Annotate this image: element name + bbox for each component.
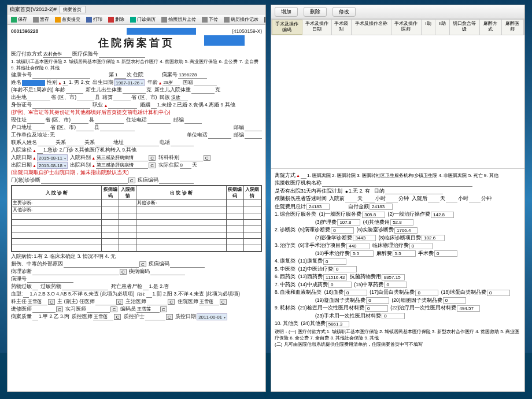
- injury-input[interactable]: [64, 261, 139, 268]
- download-button[interactable]: 下传: [200, 16, 220, 23]
- fee-8c: 0: [487, 290, 510, 296]
- gender-input[interactable]: [62, 80, 68, 86]
- photo-button[interactable]: 拍照照片上传: [159, 16, 198, 23]
- fee-8b: 0: [415, 290, 438, 296]
- fee-9b: 494.57: [457, 305, 480, 312]
- chief-input[interactable]: [27, 299, 47, 305]
- fee-1b: 142.8: [431, 212, 454, 218]
- col-op-name[interactable]: 手术及操作名称: [352, 20, 391, 35]
- path-diag-input[interactable]: [32, 269, 119, 275]
- vice-input[interactable]: [95, 299, 116, 305]
- pay-method-input[interactable]: [43, 51, 72, 58]
- days-input[interactable]: [180, 162, 191, 169]
- admit-date-picker[interactable]: 2015-08-11: [37, 154, 68, 161]
- zip-input[interactable]: [184, 117, 202, 124]
- clinic-diag-input[interactable]: [41, 178, 128, 184]
- allergy-drug-input[interactable]: [62, 284, 108, 290]
- fee-8d: 0: [366, 297, 389, 304]
- dis-date-picker[interactable]: 2015-08-18: [37, 162, 68, 169]
- qc-doc-input[interactable]: [93, 314, 113, 320]
- transfer-org-input[interactable]: [322, 180, 472, 187]
- pract-input[interactable]: [87, 306, 110, 313]
- work-phone-input[interactable]: [208, 132, 231, 139]
- marriage-input[interactable]: [151, 102, 157, 109]
- rh-input[interactable]: [146, 291, 152, 298]
- dis-dept-input[interactable]: [96, 162, 148, 169]
- lookup-button[interactable]: C: [149, 155, 156, 161]
- contact-name-input[interactable]: [38, 140, 55, 146]
- fee-4a: 0: [323, 258, 346, 265]
- leave-input[interactable]: [301, 172, 306, 179]
- intern-input[interactable]: [32, 306, 56, 313]
- right-fee-panel: 增加 删除 修改 手术及操作编码 手术及操作日期 手术级别 手术及操作名称 手术…: [271, 5, 525, 392]
- outpatient-button[interactable]: 门诊病历: [128, 16, 158, 23]
- fee-1a: 305.8: [362, 212, 385, 218]
- native-prov-input[interactable]: [113, 95, 131, 101]
- col-op-code[interactable]: 手术及操作编码: [272, 20, 302, 35]
- col-asst1[interactable]: I助: [422, 20, 436, 35]
- case-no-input[interactable]: [178, 72, 207, 79]
- col-op-doc[interactable]: 手术及操作医师: [391, 20, 422, 35]
- submit-icon: [55, 17, 61, 23]
- resident-input[interactable]: [199, 299, 219, 305]
- qc-nurse-input[interactable]: [145, 314, 165, 320]
- age-input[interactable]: [162, 80, 180, 86]
- visit-num-input[interactable]: [114, 72, 126, 79]
- blood-input[interactable]: [23, 291, 29, 298]
- fee-2d: 102.6: [422, 235, 445, 241]
- delete-button[interactable]: 删除: [106, 16, 127, 23]
- birth-date-picker[interactable]: 1987-01-26: [114, 79, 145, 86]
- save-button[interactable]: 保存: [9, 16, 29, 23]
- job-input[interactable]: [108, 102, 137, 109]
- col-heal[interactable]: 切口愈合等级: [450, 20, 480, 35]
- col-op-level[interactable]: 手术级别: [332, 20, 352, 35]
- left-form-panel: 病案首页(V2012-2)# 病案首页 保存 暂存 首页提交 打印 删除 门诊病…: [7, 5, 266, 392]
- fee-2c: 3443: [353, 235, 376, 241]
- nation-input[interactable]: [194, 80, 217, 86]
- admit-way-input[interactable]: [37, 147, 43, 154]
- health-card-input[interactable]: [32, 72, 90, 79]
- purpose-input[interactable]: [385, 188, 443, 194]
- contact-addr-input[interactable]: [124, 140, 159, 146]
- surgery-grid-body[interactable]: [271, 35, 524, 168]
- newborn-admit-input[interactable]: [191, 87, 215, 94]
- history-button[interactable]: 病历操作记录: [221, 16, 261, 23]
- quality-input[interactable]: [32, 314, 38, 320]
- insurance-input[interactable]: [99, 51, 145, 58]
- admit-dept-input[interactable]: [96, 155, 148, 161]
- main-diag-cell[interactable]: 主要诊断:: [12, 200, 102, 206]
- attending-input[interactable]: [147, 299, 167, 305]
- addr-phone-input[interactable]: [147, 117, 171, 124]
- tempsave-button[interactable]: 暂存: [31, 16, 51, 23]
- id-input[interactable]: [32, 102, 90, 109]
- qc-date-picker[interactable]: 2011-00-01: [197, 313, 227, 320]
- birth-prov-input[interactable]: [27, 95, 50, 101]
- fee-3e: 0: [434, 250, 457, 257]
- fee-3c: 5.5: [350, 250, 374, 257]
- work-zip-input[interactable]: [245, 132, 262, 139]
- infant-age-input[interactable]: [66, 87, 83, 94]
- relation-input[interactable]: [66, 140, 84, 146]
- submit-button[interactable]: 首页提交: [53, 16, 83, 23]
- col-asst2[interactable]: II助: [435, 20, 450, 35]
- print-button[interactable]: 打印: [84, 16, 105, 23]
- minzu-input[interactable]: [171, 95, 188, 101]
- tab-record[interactable]: 病案首页: [59, 6, 86, 13]
- font-button[interactable]: 字体: [262, 16, 266, 23]
- birth-label: 出生日期: [93, 79, 113, 86]
- hukou-zip-input[interactable]: [245, 125, 262, 131]
- col-anes[interactable]: 麻醉方式: [480, 20, 502, 35]
- path-no-input[interactable]: [27, 276, 73, 283]
- disease-code-input[interactable]: [159, 178, 194, 184]
- fee-9a: 0: [365, 305, 388, 312]
- mod-button[interactable]: 修改: [332, 7, 356, 17]
- other-diag-cell[interactable]: 其他诊断:: [136, 200, 226, 206]
- newborn-weight-input[interactable]: [123, 87, 146, 94]
- add-button[interactable]: 增加: [275, 7, 298, 17]
- col-op-date[interactable]: 手术及操作日期: [302, 20, 332, 35]
- col-anes-doc[interactable]: 麻醉医师: [502, 20, 524, 35]
- del-button[interactable]: 删除: [304, 7, 327, 17]
- coder-input[interactable]: [136, 306, 160, 313]
- birth-city-input[interactable]: [77, 95, 94, 101]
- contact-phone-input[interactable]: [171, 140, 194, 146]
